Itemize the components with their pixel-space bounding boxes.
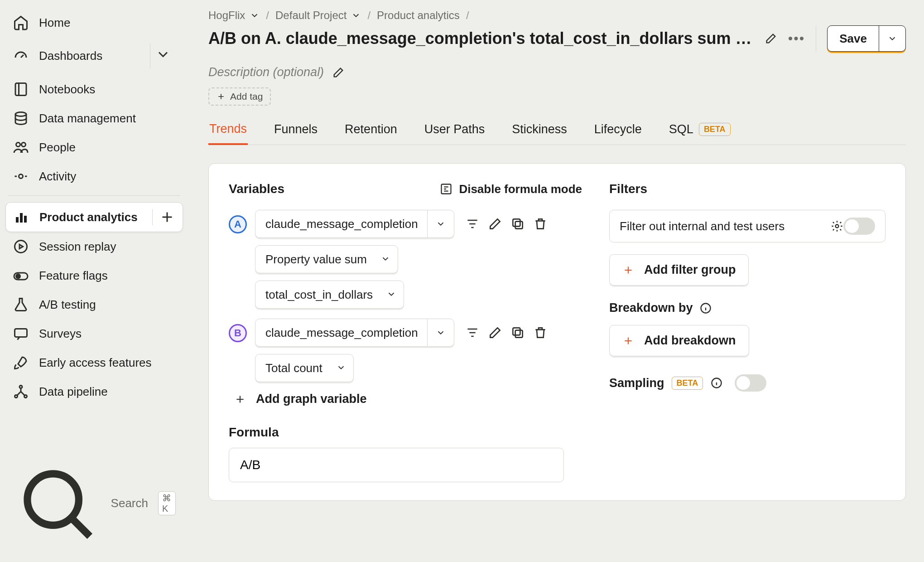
tab-label: SQL [669,122,693,136]
edit-description-icon[interactable] [332,66,345,79]
var-a-aggregation-select[interactable]: Property value sum [255,245,398,273]
var-b-aggregation-select[interactable]: Total count [255,354,354,382]
activity-icon [13,168,29,184]
formula-input[interactable] [229,448,564,482]
more-menu[interactable]: ••• [788,31,805,46]
sidebar-item-label: Data pipeline [39,385,108,399]
svg-rect-7 [24,216,27,223]
tab-user-paths[interactable]: User Paths [424,122,486,145]
info-icon[interactable] [699,302,712,315]
var-a-event-select[interactable]: claude_message_completion [255,210,454,238]
filter-icon[interactable] [465,325,480,340]
svg-rect-18 [513,219,520,226]
duplicate-icon[interactable] [510,325,525,340]
sidebar-item-label: Feature flags [39,269,108,283]
sidebar-item-activity[interactable]: Activity [5,162,183,191]
sidebar: Home Dashboards Notebooks Data managemen… [0,0,188,562]
svg-point-15 [27,474,79,526]
svg-point-10 [16,274,20,278]
svg-point-12 [19,386,22,388]
people-icon [13,139,29,155]
sidebar-item-surveys[interactable]: Surveys [5,319,183,348]
formula-icon [440,183,452,195]
var-a-property-select[interactable]: total_cost_in_dollars [255,281,404,309]
sidebar-item-dashboards[interactable]: Dashboards [5,37,183,75]
main-area: HogFlix / Default Project / Product anal… [188,0,924,562]
add-variable-button[interactable]: Add graph variable [234,392,582,406]
sidebar-search[interactable]: Search ⌘ K [5,453,183,554]
add-variable-label: Add graph variable [256,392,367,406]
filter-internal-toggle[interactable] [843,218,875,235]
chevron-down-icon [887,34,897,44]
tab-retention[interactable]: Retention [344,122,398,145]
gear-icon[interactable] [831,220,843,233]
svg-point-3 [22,143,26,147]
svg-point-4 [19,174,23,179]
chevron-down-icon [250,10,260,20]
page-title: A/B on A. claude_message_completion's to… [208,29,756,48]
sidebar-item-session-replay[interactable]: Session replay [5,232,183,261]
svg-point-21 [836,225,839,228]
disable-formula-mode[interactable]: Disable formula mode [440,182,582,196]
tab-sql[interactable]: SQL BETA [668,122,732,145]
add-insight-button[interactable] [152,209,175,225]
filter-internal-users: Filter out internal and test users [609,210,886,242]
plus-icon [622,264,634,276]
edit-title-icon[interactable] [765,32,777,45]
sidebar-item-ab-testing[interactable]: A/B testing [5,290,183,319]
add-tag-button[interactable]: Add tag [208,87,271,106]
add-breakdown-button[interactable]: Add breakdown [609,325,749,356]
svg-point-1 [15,112,26,116]
sidebar-item-early-access[interactable]: Early access features [5,348,183,377]
tab-lifecycle[interactable]: Lifecycle [593,122,643,145]
crumb-sep: / [266,9,269,22]
insight-tabs: Trends Funnels Retention User Paths Stic… [208,122,906,145]
svg-point-8 [15,241,27,253]
add-filter-group-button[interactable]: Add filter group [609,254,749,286]
chevron-down-icon [351,10,361,20]
select-value: claude_message_completion [255,326,427,340]
bar-chart-icon [13,209,29,225]
duplicate-icon[interactable] [510,217,525,231]
chevron-down-icon [436,328,446,338]
save-button[interactable]: Save [827,25,906,52]
plus-icon [234,393,246,405]
var-b-event-select[interactable]: claude_message_completion [255,319,454,347]
crumb-org[interactable]: HogFlix [208,9,260,22]
chevron-down-icon [336,363,346,373]
tab-stickiness[interactable]: Stickiness [511,122,568,145]
formula-title: Formula [229,425,582,440]
sidebar-item-data-management[interactable]: Data management [5,104,183,133]
variable-b-row: B claude_message_completion [229,319,582,382]
select-value: Property value sum [255,252,377,266]
rename-icon[interactable] [488,217,502,231]
crumb-sep: / [466,9,469,22]
crumb-section[interactable]: Product analytics [377,9,460,22]
chevron-down-icon [436,219,446,229]
delete-icon[interactable] [533,217,548,231]
crumb-project[interactable]: Default Project [275,9,361,22]
delete-icon[interactable] [533,325,548,340]
sidebar-item-product-analytics[interactable]: Product analytics [5,202,183,232]
database-icon [13,110,29,126]
crumb-label: HogFlix [208,9,245,22]
sidebar-item-data-pipeline[interactable]: Data pipeline [5,377,183,406]
description-placeholder[interactable]: Description (optional) [208,65,324,79]
tab-funnels[interactable]: Funnels [273,122,318,145]
filter-icon[interactable] [465,217,480,231]
save-dropdown[interactable] [879,26,905,51]
plus-icon [622,335,634,347]
rename-icon[interactable] [488,325,502,340]
sampling-toggle[interactable] [735,374,766,392]
info-icon[interactable] [710,377,723,389]
sidebar-divider [8,195,180,196]
tab-label: Retention [345,122,397,136]
sidebar-item-feature-flags[interactable]: Feature flags [5,261,183,290]
dashboards-expand[interactable] [150,44,176,68]
chat-icon [13,325,29,342]
select-value: Total count [255,361,332,375]
sidebar-item-home[interactable]: Home [5,8,183,37]
sidebar-item-notebooks[interactable]: Notebooks [5,75,183,104]
sidebar-item-people[interactable]: People [5,133,183,162]
tab-trends[interactable]: Trends [208,122,248,145]
